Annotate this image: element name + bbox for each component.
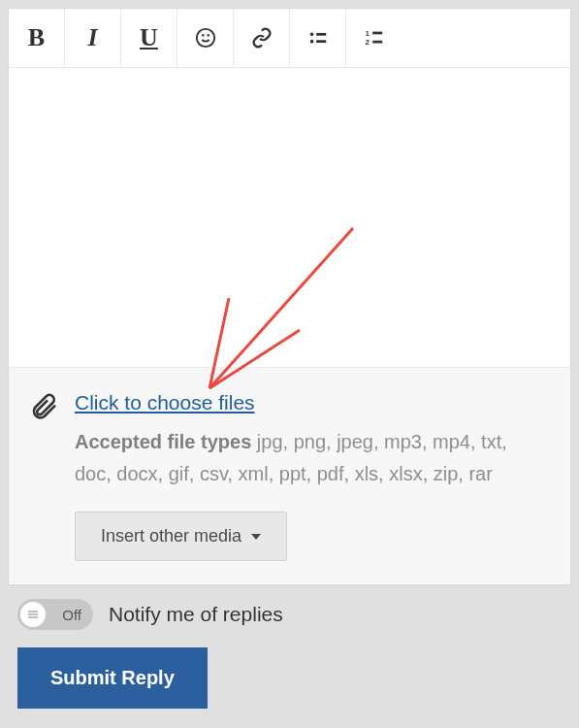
reply-footer: Off Notify me of replies (8, 585, 571, 644)
accepted-types-label: Accepted file types (75, 431, 251, 452)
numbered-list-icon: 1 2 (364, 27, 385, 49)
attachment-section: Click to choose files Accepted file type… (9, 367, 570, 584)
insert-media-label: Insert other media (101, 526, 241, 546)
reply-editor: B I U (8, 8, 571, 585)
svg-point-1 (202, 35, 203, 36)
choose-files-link[interactable]: Click to choose files (75, 391, 255, 414)
notify-replies-label: Notify me of replies (109, 603, 283, 626)
svg-point-3 (309, 33, 313, 37)
svg-line-11 (209, 228, 353, 388)
underline-button[interactable]: U (121, 9, 177, 67)
svg-text:2: 2 (366, 38, 370, 47)
underline-icon: U (140, 23, 158, 52)
link-button[interactable] (234, 9, 290, 67)
numbered-list-button[interactable]: 1 2 (346, 9, 402, 67)
paperclip-icon (28, 391, 59, 422)
svg-rect-6 (316, 40, 326, 43)
toggle-lines-icon (26, 608, 40, 621)
italic-icon: I (87, 23, 97, 52)
editor-textarea[interactable] (9, 68, 570, 367)
emoji-button[interactable] (177, 9, 234, 67)
svg-rect-10 (372, 41, 382, 44)
bullet-list-button[interactable] (290, 9, 346, 67)
svg-point-0 (196, 29, 213, 47)
svg-rect-4 (316, 33, 326, 36)
italic-button[interactable]: I (65, 9, 121, 67)
svg-text:1: 1 (366, 29, 370, 38)
accepted-types-text: Accepted file types jpg, png, jpeg, mp3,… (75, 426, 547, 490)
link-icon (251, 27, 273, 49)
bold-button[interactable]: B (9, 9, 65, 67)
annotation-arrow (9, 68, 552, 398)
toggle-state-label: Off (62, 607, 81, 623)
toggle-knob (20, 602, 46, 627)
editor-toolbar: B I U (9, 9, 570, 68)
svg-point-5 (309, 40, 313, 44)
bold-icon: B (28, 23, 45, 52)
svg-rect-8 (372, 32, 382, 35)
insert-other-media-button[interactable]: Insert other media (75, 512, 287, 561)
submit-reply-button[interactable]: Submit Reply (17, 647, 208, 709)
chevron-down-icon (251, 534, 261, 540)
smiley-icon (195, 27, 216, 49)
svg-point-2 (208, 35, 209, 36)
bullet-list-icon (307, 27, 329, 49)
notify-toggle[interactable]: Off (17, 599, 93, 630)
